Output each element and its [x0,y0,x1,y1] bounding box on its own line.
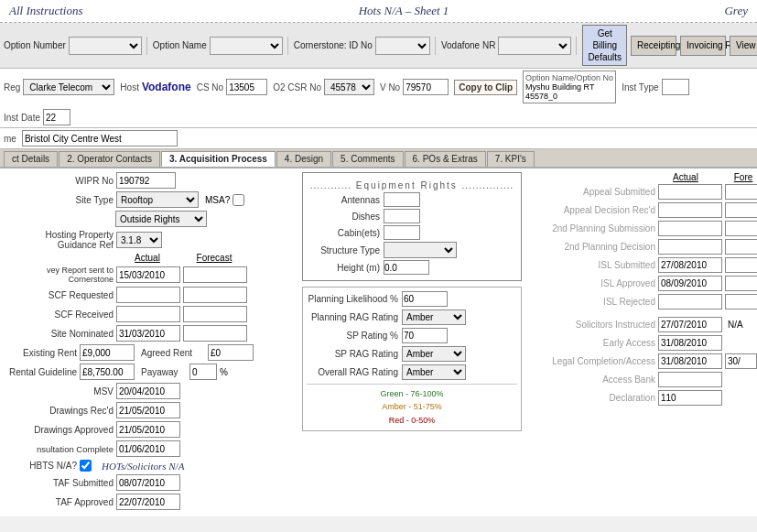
scf-rec-forecast[interactable] [183,306,247,322]
appeal-sub-forecast[interactable] [725,184,757,200]
invoicing-report-button[interactable]: Invoicing Report [680,36,726,56]
site-nom-forecast[interactable] [183,325,247,342]
planning-likelihood-input[interactable] [402,291,448,307]
copy-to-clip-box[interactable]: Copy to Clip [454,80,517,95]
isl-app-label: ISL Approved [527,278,655,288]
cs-no-input[interactable] [226,79,267,95]
tab-pos[interactable]: 6. POs & Extras [405,151,486,167]
tab-details[interactable]: ct Details [4,151,58,167]
inst-date-group: Inst Date [4,109,70,125]
planning2-forecast[interactable] [725,221,757,236]
reg-select[interactable]: Clarke Telecom [23,79,114,95]
legal-comp-label: Legal Completion/Access [527,356,655,366]
msv-input[interactable] [116,383,180,399]
cabinets-input[interactable] [384,225,420,240]
site-type-select[interactable]: Rooftop [116,191,199,208]
appeal-sub-label: Appeal Submitted [527,187,655,197]
header-right: Grey [724,4,748,18]
v-no-input[interactable] [403,79,449,95]
structure-select[interactable] [384,242,457,258]
access-bank-input[interactable] [658,372,722,387]
inst-type-input[interactable] [662,79,689,95]
solicitors-input[interactable] [658,317,722,332]
msa-checkbox[interactable] [233,194,244,206]
isl-app-input[interactable] [658,276,722,291]
scf-rec-input[interactable] [116,306,180,322]
appeal-sub-input[interactable] [658,184,722,200]
tab-kpis[interactable]: 7. KPI's [487,151,535,167]
receipting-report-button[interactable]: Receipting Report [631,36,676,56]
existing-rent-input[interactable] [80,344,135,361]
taf-app-input[interactable] [116,494,180,510]
reg-group: Reg Clarke Telecom [4,79,114,95]
planning-rag-label: Planning RAG Rating [307,312,398,322]
consultation-input[interactable] [116,440,180,457]
agreed-rent-input[interactable] [208,344,254,361]
overall-rag-select[interactable]: Amber [402,364,466,380]
legal-comp-input2[interactable] [725,353,757,369]
dishes-input[interactable] [384,209,420,223]
wipr-no-input[interactable] [116,172,176,189]
isl-rej-label: ISL Rejected [527,297,655,307]
tab-comments[interactable]: 5. Comments [332,151,403,167]
reg-label: Reg [4,82,20,92]
cornerstone-select[interactable] [375,37,430,55]
appeal-dec-forecast[interactable] [725,202,757,218]
vodafone-nr-select[interactable] [498,37,571,55]
rental-guideline-label: Rental Guideline [4,367,77,377]
tab-contacts[interactable]: 2. Operator Contacts [59,151,160,167]
early-access-label: Early Access [527,338,655,348]
tab-design[interactable]: 4. Design [276,151,331,167]
survey-actual-input[interactable] [116,266,180,283]
toolbar-row1: Option Number Option Name Cornerstone: I… [0,23,757,69]
height-input[interactable] [384,260,429,275]
overall-rag-label: Overall RAG Rating [307,367,398,377]
isl-app-forecast[interactable] [725,276,757,291]
copy-label: Copy to Clip [459,82,513,92]
option-number-select[interactable] [69,37,142,55]
sp-pct-input[interactable] [402,328,448,343]
scf-req-input[interactable] [116,287,180,303]
decision2-forecast[interactable] [725,239,757,255]
cs-no-group: CS No [197,79,267,95]
access-bank-label: Access Bank [527,375,655,385]
isl-sub-forecast[interactable] [725,257,757,273]
get-billing-button[interactable]: Get Billing Defaults [582,25,627,66]
consultation-label: nsultation Complete [4,444,114,454]
drawings-recd-input[interactable] [116,402,180,418]
option-name-select[interactable] [210,37,283,55]
decision2-input[interactable] [658,239,722,255]
antennas-input[interactable] [384,192,420,207]
site-input[interactable] [22,130,178,147]
isl-rej-input[interactable] [658,294,722,309]
planning2-input[interactable] [658,221,722,236]
drawings-approved-input[interactable] [116,421,180,438]
early-access-input[interactable] [658,335,722,351]
left-panel: WIPR No Site Type Rooftop MSA? Outside R… [4,172,297,513]
site-nom-input[interactable] [116,325,180,342]
inst-date-input[interactable] [43,109,70,125]
view-d-button[interactable]: View D [730,36,757,56]
isl-rej-forecast[interactable] [725,294,757,309]
guidance-select[interactable]: 3.1.8 [116,232,162,248]
taf-app-label: TAF Approved [4,497,114,507]
taf-sub-input[interactable] [116,474,180,491]
planning-rag-select[interactable]: Amber [402,309,466,325]
survey-forecast-input[interactable] [183,266,247,283]
existing-rent-label: Existing Rent [4,348,77,358]
tab-acquisition[interactable]: 3. Acquisition Process [161,151,276,167]
hots-checkbox[interactable] [80,460,92,472]
appeal-dec-input[interactable] [658,202,722,218]
option-name-box-title: Option Name/Option No [525,73,613,82]
sp-rag-select[interactable]: Amber [402,346,466,362]
rental-guideline-input[interactable] [80,364,135,380]
payaway-input[interactable] [189,364,217,380]
option-number-label: Option Number [4,40,66,50]
legal-comp-input[interactable] [658,353,722,369]
o2-csr-select[interactable]: 45578 [324,79,374,95]
v-no-group: V No [380,79,449,95]
isl-sub-input[interactable] [658,257,722,273]
declaration-input[interactable] [658,390,722,406]
hosting-select[interactable]: Outside Rights [115,211,207,227]
scf-req-forecast[interactable] [183,287,247,303]
